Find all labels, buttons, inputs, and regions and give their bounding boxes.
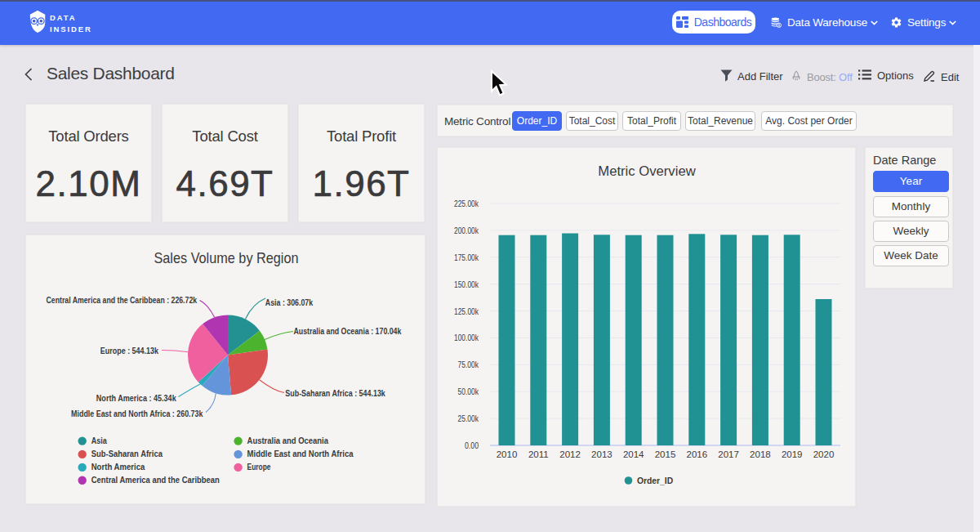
svg-text:Central America and the Caribb: Central America and the Caribbean	[91, 475, 220, 485]
svg-text:2018: 2018	[750, 449, 771, 459]
svg-text:Asia: Asia	[91, 436, 108, 445]
svg-text:2012: 2012	[559, 449, 581, 459]
svg-text:Order_ID: Order_ID	[637, 476, 673, 485]
svg-text:200.00k: 200.00k	[454, 226, 479, 235]
svg-text:Europe: Europe	[247, 462, 271, 472]
svg-text:75.00k: 75.00k	[458, 360, 479, 369]
svg-text:125.00k: 125.00k	[454, 306, 479, 316]
svg-text:Middle East and North Africa :: Middle East and North Africa : 260.73k	[71, 409, 203, 418]
svg-text:Metric Overview: Metric Overview	[598, 163, 696, 179]
svg-text:25.00k: 25.00k	[458, 414, 479, 423]
svg-text:Sub-Saharan Africa: Sub-Saharan Africa	[91, 449, 163, 458]
svg-text:2017: 2017	[718, 449, 739, 459]
svg-text:Europe : 544.13k: Europe : 544.13k	[100, 346, 159, 355]
svg-text:150.00k: 150.00k	[454, 279, 479, 289]
svg-text:2010: 2010	[497, 449, 518, 459]
svg-text:2015: 2015	[655, 449, 676, 459]
svg-text:Central America and the Caribb: Central America and the Caribbean : 226.…	[47, 295, 198, 305]
svg-text:100.00k: 100.00k	[454, 333, 479, 342]
svg-text:0.00: 0.00	[465, 440, 479, 450]
svg-text:Australia and Oceania : 170.04: Australia and Oceania : 170.04k	[294, 326, 403, 336]
svg-text:Asia : 306.07k: Asia : 306.07k	[265, 297, 314, 307]
svg-text:Australia and Oceania: Australia and Oceania	[247, 436, 329, 445]
svg-text:2020: 2020	[813, 449, 835, 459]
svg-text:Sub-Saharan Africa : 544.13k: Sub-Saharan Africa : 544.13k	[285, 388, 385, 398]
svg-text:175.00k: 175.00k	[454, 253, 479, 262]
svg-text:2013: 2013	[591, 449, 612, 459]
svg-text:2019: 2019	[782, 449, 803, 459]
svg-text:2014: 2014	[623, 449, 644, 459]
svg-text:Middle East and North Africa: Middle East and North Africa	[247, 449, 354, 458]
svg-text:Sales Volume by Region: Sales Volume by Region	[154, 249, 299, 266]
svg-text:2011: 2011	[528, 449, 549, 459]
svg-text:North America : 45.34k: North America : 45.34k	[96, 393, 177, 403]
svg-text:225.00k: 225.00k	[454, 199, 479, 208]
svg-text:North America: North America	[91, 462, 145, 472]
svg-text:50.00k: 50.00k	[458, 387, 479, 396]
svg-text:2016: 2016	[687, 449, 708, 459]
